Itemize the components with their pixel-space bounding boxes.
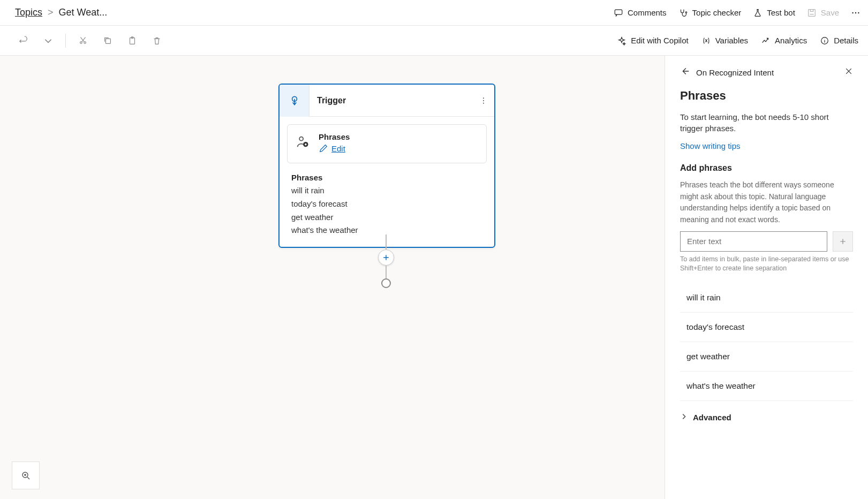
advanced-label: Advanced	[693, 413, 731, 422]
phrase-input[interactable]	[680, 231, 827, 252]
delete-button[interactable]	[148, 32, 165, 49]
node-phrase: what's the weather	[291, 224, 482, 237]
svg-point-5	[858, 12, 859, 13]
phrase-list-item[interactable]: what's the weather	[680, 372, 853, 401]
save-icon	[807, 8, 817, 18]
info-icon	[820, 36, 829, 46]
advanced-toggle[interactable]: Advanced	[680, 401, 853, 422]
panel-header-title: On Recognized Intent	[696, 68, 838, 77]
phrases-card-title: Phrases	[319, 132, 479, 141]
close-panel-button[interactable]	[844, 67, 853, 78]
edit-label: Edit	[331, 144, 345, 153]
node-title: Trigger	[310, 96, 473, 105]
svg-point-15	[483, 102, 484, 103]
phrases-list-title: Phrases	[291, 173, 482, 182]
analytics-label: Analytics	[775, 36, 807, 45]
node-phrase: get weather	[291, 211, 482, 224]
copy-icon	[103, 36, 112, 46]
analytics-button[interactable]: Analytics	[761, 36, 807, 46]
cut-button[interactable]	[74, 32, 92, 49]
more-button[interactable]	[851, 8, 861, 18]
save-button[interactable]: Save	[807, 8, 839, 18]
undo-icon	[19, 36, 28, 46]
trigger-icon	[280, 85, 310, 117]
stethoscope-icon	[678, 8, 688, 18]
add-phrase-button[interactable]	[833, 231, 853, 252]
copy-button[interactable]	[99, 32, 116, 49]
svg-point-4	[855, 12, 856, 13]
phrase-list-item[interactable]: today's forecast	[680, 313, 853, 342]
node-phrase: today's forecast	[291, 198, 482, 211]
writing-tips-link[interactable]: Show writing tips	[680, 141, 741, 150]
phrase-list: will it rain today's forecast get weathe…	[680, 283, 853, 401]
zoom-fit-button[interactable]	[12, 462, 40, 489]
variables-icon	[701, 36, 711, 46]
details-panel: On Recognized Intent Phrases To start le…	[665, 56, 868, 499]
add-phrases-heading: Add phrases	[680, 163, 853, 173]
authoring-canvas[interactable]: Trigger Phrases Edit	[0, 56, 665, 499]
svg-rect-0	[615, 10, 622, 14]
test-bot-button[interactable]: Test bot	[753, 8, 795, 18]
chevron-right-icon	[680, 413, 688, 422]
chevron-down-icon	[43, 36, 53, 46]
svg-point-6	[80, 41, 82, 43]
breadcrumb-root[interactable]: Topics	[15, 7, 42, 18]
add-node-button[interactable]	[378, 250, 394, 266]
paste-icon	[127, 36, 137, 46]
svg-point-14	[483, 100, 484, 101]
node-more-button[interactable]	[473, 85, 494, 117]
undo-dropdown[interactable]	[40, 32, 57, 49]
panel-description: To start learning, the bot needs 5-10 sh…	[680, 111, 853, 134]
node-phrase: will it rain	[291, 184, 482, 198]
comments-button[interactable]: Comments	[614, 8, 667, 18]
topic-checker-label: Topic checker	[692, 8, 742, 17]
svg-rect-2	[808, 9, 815, 16]
svg-point-3	[852, 12, 853, 13]
pencil-icon	[319, 143, 328, 153]
phrase-list-item[interactable]: get weather	[680, 342, 853, 372]
test-bot-label: Test bot	[767, 8, 795, 17]
add-phrases-help: Phrases teach the bot different ways som…	[680, 179, 853, 226]
panel-title: Phrases	[680, 89, 853, 103]
svg-point-7	[84, 41, 86, 43]
topic-checker-button[interactable]: Topic checker	[678, 8, 742, 18]
paste-button[interactable]	[124, 32, 141, 49]
person-comment-icon	[295, 134, 310, 149]
more-horizontal-icon	[851, 8, 861, 18]
end-node	[381, 278, 391, 288]
back-button[interactable]	[680, 66, 690, 78]
svg-point-1	[685, 11, 687, 13]
svg-point-13	[483, 97, 484, 99]
phrase-list-item[interactable]: will it rain	[680, 283, 853, 313]
save-label: Save	[821, 8, 839, 17]
undo-button[interactable]	[15, 32, 32, 49]
sparkle-icon	[617, 36, 627, 46]
comment-icon	[614, 8, 623, 18]
phrases-card: Phrases Edit	[287, 124, 487, 163]
analytics-icon	[761, 36, 771, 46]
edit-copilot-label: Edit with Copilot	[631, 36, 689, 45]
edit-phrases-link[interactable]: Edit	[319, 143, 345, 153]
svg-point-16	[299, 137, 303, 141]
comments-label: Comments	[628, 8, 667, 17]
variables-label: Variables	[715, 36, 748, 45]
svg-rect-9	[130, 37, 135, 44]
cut-icon	[78, 36, 88, 46]
breadcrumb-separator: >	[48, 7, 54, 18]
trigger-node[interactable]: Trigger Phrases Edit	[278, 84, 495, 248]
trash-icon	[152, 36, 162, 46]
toolbar-separator	[65, 34, 66, 48]
details-label: Details	[834, 36, 858, 45]
bulk-hint: To add items in bulk, paste in line-sepa…	[680, 255, 853, 274]
edit-with-copilot-button[interactable]: Edit with Copilot	[617, 36, 689, 46]
variables-button[interactable]: Variables	[701, 36, 748, 46]
flask-icon	[753, 8, 763, 18]
details-button[interactable]: Details	[820, 36, 858, 46]
svg-rect-8	[105, 39, 110, 43]
breadcrumb-current: Get Weat...	[59, 7, 108, 18]
breadcrumb: Topics > Get Weat...	[15, 7, 122, 18]
